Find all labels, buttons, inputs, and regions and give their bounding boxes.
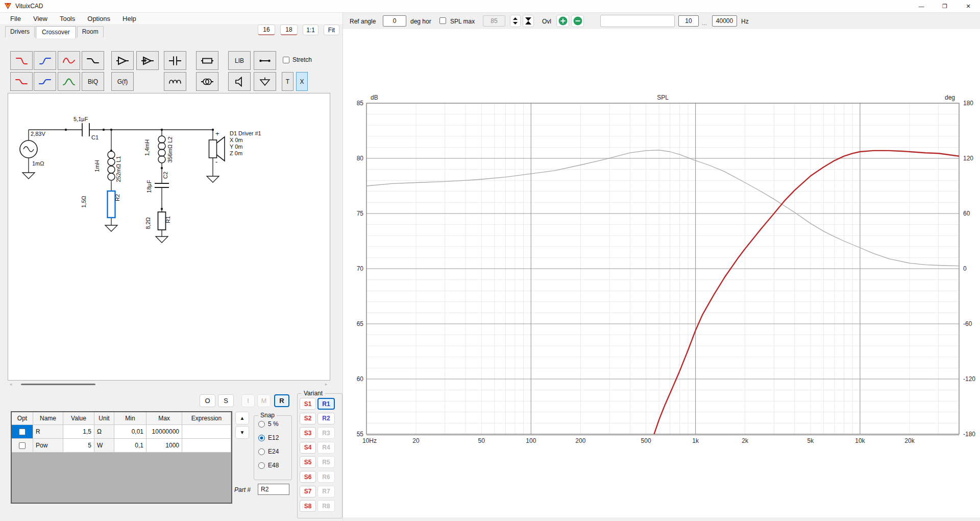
variant-s6-button[interactable]: S6 <box>300 471 316 483</box>
mode-o-button[interactable]: O <box>200 394 215 407</box>
table-header-max[interactable]: Max <box>146 412 182 425</box>
cell-max[interactable]: 1000 <box>146 439 182 453</box>
menu-item-options[interactable]: Options <box>81 14 116 23</box>
shelf-button[interactable] <box>82 51 104 70</box>
lib-button[interactable]: LIB <box>228 51 251 70</box>
table-row[interactable]: Pow5W0,11000 <box>12 439 231 453</box>
tab-crossover[interactable]: Crossover <box>36 26 76 38</box>
menu-item-help[interactable]: Help <box>116 14 142 23</box>
cell-expression[interactable] <box>182 425 231 439</box>
gf-button[interactable]: G(f) <box>111 72 134 91</box>
biq-button[interactable]: BiQ <box>82 72 104 91</box>
driver-d1-symbol[interactable] <box>209 137 225 161</box>
mode-r-button[interactable]: R <box>274 394 289 407</box>
cell-value[interactable]: 1,5 <box>63 425 94 439</box>
lowpass-button[interactable] <box>10 51 33 70</box>
stretch-checkbox[interactable] <box>283 57 289 63</box>
table-header-value[interactable]: Value <box>63 412 94 425</box>
x-button[interactable]: X <box>296 72 308 91</box>
variant-s8-button[interactable]: S8 <box>300 500 316 512</box>
variant-s7-button[interactable]: S7 <box>300 486 316 498</box>
opt-checkbox-cell[interactable] <box>12 439 33 453</box>
capacitor-c1-symbol[interactable] <box>82 123 89 136</box>
cell-min[interactable]: 0,01 <box>114 425 146 439</box>
variant-r1-button[interactable]: R1 <box>317 398 335 410</box>
variant-s5-button[interactable]: S5 <box>300 456 316 468</box>
high-shelf-button[interactable] <box>34 72 56 91</box>
cell-name[interactable]: R <box>33 425 63 439</box>
table-row[interactable]: R1,5Ω0,0110000000 <box>12 425 231 439</box>
cell-name[interactable]: Pow <box>33 439 63 453</box>
scroll-left-icon[interactable]: ◂ <box>8 382 14 387</box>
tab-drivers[interactable]: Drivers <box>5 26 35 37</box>
speaker-button[interactable] <box>228 72 251 91</box>
close-button[interactable]: ✕ <box>957 0 980 12</box>
snap-option-e24[interactable]: E24 <box>258 448 279 455</box>
snap-option-e12[interactable]: E12 <box>258 434 279 441</box>
peak-eq-button[interactable] <box>58 72 80 91</box>
overlay-add-button[interactable] <box>556 15 569 27</box>
menu-item-file[interactable]: File <box>4 14 27 23</box>
cell-unit[interactable]: W <box>94 439 114 453</box>
title-bar[interactable]: VituixCAD — ❐ ✕ <box>0 0 980 13</box>
bandpass-button[interactable] <box>58 51 80 70</box>
radio-icon[interactable] <box>258 462 265 469</box>
overlay-select[interactable] <box>600 15 675 27</box>
freq-max-input[interactable]: 40000 <box>712 15 737 27</box>
capacitor-button[interactable] <box>164 51 186 70</box>
table-header-expression[interactable]: Expression <box>182 412 231 425</box>
tab-room[interactable]: Room <box>77 26 104 37</box>
ground-button[interactable] <box>254 72 276 91</box>
opt-checkbox-cell[interactable] <box>12 425 33 439</box>
menu-item-view[interactable]: View <box>27 14 54 23</box>
wire-button[interactable] <box>254 51 276 70</box>
radio-icon[interactable] <box>258 448 265 455</box>
variant-r2-button[interactable]: R2 <box>317 413 335 424</box>
cell-value[interactable]: 5 <box>63 439 94 453</box>
overlay-remove-button[interactable] <box>571 15 584 27</box>
scrollbar-thumb[interactable] <box>21 384 95 385</box>
spl-max-spinner[interactable] <box>510 15 521 27</box>
cell-expression[interactable] <box>182 439 231 453</box>
schematic-panel[interactable]: 2,83V 1mΩ 5,1µF C1 1mH 252mΩ L1 1,5Ω R2 … <box>8 93 330 381</box>
minimize-button[interactable]: — <box>910 0 933 12</box>
low-shelf-button[interactable] <box>10 72 33 91</box>
inductor-l2-symbol[interactable] <box>158 136 165 163</box>
font-size-16-button[interactable]: 16 <box>258 25 275 35</box>
mode-s-button[interactable]: S <box>218 394 234 407</box>
table-header-min[interactable]: Min <box>114 412 146 425</box>
zoom-1to1-button[interactable]: 1:1 <box>303 25 318 35</box>
inductor-l1-symbol[interactable] <box>108 151 115 180</box>
zoom-fit-button[interactable]: Fit <box>324 25 339 35</box>
table-header-unit[interactable]: Unit <box>94 412 114 425</box>
restore-button[interactable]: ❐ <box>933 0 957 12</box>
highpass-button[interactable] <box>34 51 56 70</box>
capacitor-c2-symbol[interactable] <box>155 183 169 187</box>
cell-unit[interactable]: Ω <box>94 425 114 439</box>
opt-checkbox[interactable] <box>19 442 26 449</box>
snap-option-e48[interactable]: E48 <box>258 462 279 469</box>
opt-checkbox[interactable] <box>19 429 26 435</box>
spl-max-checkbox[interactable] <box>439 17 446 24</box>
scroll-right-icon[interactable]: ▸ <box>323 382 329 387</box>
schematic-hscrollbar[interactable]: ◂ ▸ <box>8 382 329 387</box>
row-down-button[interactable]: ▼ <box>235 426 249 439</box>
opamp-button[interactable] <box>136 51 159 70</box>
freq-min-input[interactable]: 10 <box>678 15 699 27</box>
part-number-input[interactable]: R2 <box>258 484 289 495</box>
transformer-button[interactable] <box>196 72 218 91</box>
snap-option-5[interactable]: 5 % <box>258 420 279 428</box>
variant-s1-button[interactable]: S1 <box>300 398 316 410</box>
menu-item-tools[interactable]: Tools <box>54 14 81 23</box>
font-size-18-button[interactable]: 18 <box>280 25 298 35</box>
table-header-name[interactable]: Name <box>33 412 63 425</box>
cell-max[interactable]: 10000000 <box>146 425 182 439</box>
buffer-button[interactable] <box>111 51 134 70</box>
variant-s4-button[interactable]: S4 <box>300 442 316 454</box>
fit-vertical-button[interactable] <box>523 15 534 27</box>
t-button[interactable]: T <box>282 72 293 91</box>
row-up-button[interactable]: ▲ <box>235 412 249 424</box>
radio-icon[interactable] <box>258 435 265 441</box>
radio-icon[interactable] <box>258 421 265 428</box>
variant-s2-button[interactable]: S2 <box>300 413 316 424</box>
